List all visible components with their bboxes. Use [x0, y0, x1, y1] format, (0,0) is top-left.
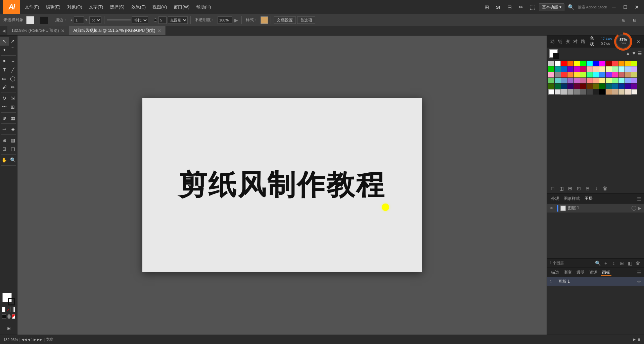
dot-size-input[interactable] — [158, 16, 167, 24]
tool-chart[interactable]: ▦ — [9, 114, 17, 122]
panel-tab-dui[interactable]: 对 — [572, 38, 579, 45]
color-swatch-29[interactable] — [555, 72, 561, 77]
color-swatch-24[interactable] — [612, 66, 618, 72]
swatch-scroll-down[interactable]: ▼ — [632, 51, 636, 56]
color-swatch-31[interactable] — [567, 72, 573, 77]
color-swatch-28[interactable] — [548, 72, 554, 77]
panel-tab-lu[interactable]: 路 — [580, 38, 587, 45]
color-swatch-68[interactable] — [625, 83, 631, 89]
stroke-value-input[interactable] — [74, 16, 84, 24]
color-swatch-83[interactable] — [631, 89, 637, 95]
color-swatch-54[interactable] — [625, 78, 631, 83]
color-swatch-58[interactable] — [561, 83, 567, 89]
color-swatch-69[interactable] — [631, 83, 637, 89]
stroke-color[interactable] — [40, 16, 48, 24]
color-swatch-52[interactable] — [612, 78, 618, 83]
panel-tab-bian[interactable]: 变 — [564, 38, 571, 45]
layer-target-circle[interactable] — [632, 206, 636, 211]
play-btn[interactable]: ▶ — [633, 337, 636, 342]
color-swatch-12[interactable] — [625, 61, 631, 66]
tool-rotate[interactable]: ↻ — [0, 94, 9, 103]
tool-direct-select[interactable]: ↗ — [9, 37, 17, 46]
panel-toggle-1[interactable]: ⊞ — [619, 15, 629, 25]
color-swatch-16[interactable] — [561, 66, 567, 72]
color-swatch-22[interactable] — [599, 66, 605, 72]
color-swatch-41[interactable] — [631, 72, 637, 77]
close-icon[interactable]: ✕ — [632, 2, 641, 12]
stroke-down[interactable]: ▼ — [85, 18, 88, 22]
pctrl-pattern[interactable]: ⊞ — [566, 185, 574, 192]
layer-group-btn[interactable]: ⊞ — [618, 260, 625, 267]
tool-rect[interactable]: ▭ — [0, 74, 9, 83]
artboard-edit-icon[interactable]: ✏ — [637, 279, 641, 284]
color-swatch-43[interactable] — [555, 78, 561, 83]
layer-tab-style[interactable]: 图形样式 — [562, 196, 581, 202]
menu-select[interactable]: 选择(S) — [106, 0, 128, 14]
layer-row-1[interactable]: 👁 图层 1 ▶ — [547, 204, 644, 213]
color-swatch-64[interactable] — [599, 83, 605, 89]
tool-eyedropper[interactable]: ⊸ — [0, 125, 9, 133]
color-swatch-49[interactable] — [593, 78, 599, 83]
tool-line[interactable]: ╱ — [9, 65, 17, 74]
color-swatch-42[interactable] — [548, 78, 554, 83]
tab-0[interactable]: 132.93% (RGB/GPU 预览) ✕ — [7, 26, 69, 35]
color-swatch-77[interactable] — [593, 89, 599, 95]
tool-zoom[interactable]: 🔍 — [9, 156, 17, 164]
panel-close-btn[interactable]: ✕ — [635, 38, 642, 45]
color-swatch-37[interactable] — [606, 72, 612, 77]
color-swatch-36[interactable] — [599, 72, 605, 77]
color-mode-1[interactable] — [2, 314, 6, 319]
tab-0-close[interactable]: ✕ — [61, 28, 65, 33]
opacity-arrow[interactable]: ▶ — [234, 17, 239, 23]
menu-icon-2[interactable]: ⊟ — [505, 2, 514, 12]
swatch-scroll-up[interactable]: ▲ — [626, 51, 630, 56]
tool-hand[interactable]: ✋ — [0, 156, 9, 164]
color-swatch-61[interactable] — [580, 83, 586, 89]
color-swatch-23[interactable] — [606, 66, 612, 72]
panel-tab-dong[interactable]: 动 — [549, 38, 556, 45]
swatch-white-box[interactable] — [549, 49, 558, 58]
color-swatch-35[interactable] — [593, 72, 599, 77]
opacity-input[interactable] — [218, 16, 232, 24]
color-swatch-18[interactable] — [574, 66, 580, 72]
layer-search-btn[interactable]: 🔍 — [594, 260, 601, 267]
panel-tab-lian[interactable]: 链 — [557, 38, 564, 45]
color-swatch-62[interactable] — [587, 83, 593, 89]
color-swatch-45[interactable] — [567, 78, 573, 83]
color-swatch-10[interactable] — [612, 61, 618, 66]
color-swatch-9[interactable] — [606, 61, 612, 66]
color-swatch-44[interactable] — [561, 78, 567, 83]
color-swatch-55[interactable] — [631, 78, 637, 83]
color-swatch-6[interactable] — [587, 61, 593, 66]
search-icon[interactable]: 🔍 — [566, 2, 576, 12]
tool-ellipse[interactable]: ◯ — [9, 74, 17, 83]
color-swatch-26[interactable] — [625, 66, 631, 72]
color-swatch-73[interactable] — [567, 89, 573, 95]
color-swatch-80[interactable] — [612, 89, 618, 95]
prev-page-btn[interactable]: ◀◀ — [21, 338, 27, 341]
color-swatch-27[interactable] — [631, 66, 637, 72]
color-swatch-39[interactable] — [618, 72, 625, 77]
ab-tab-gradient[interactable]: 渐变 — [562, 270, 573, 275]
color-swatch-20[interactable] — [587, 66, 593, 72]
tab-1[interactable]: AI剪纸风视频.ai @ 151.57% (RGB/GPU 预览) ✕ — [69, 26, 166, 35]
color-swatch-0[interactable] — [548, 61, 554, 66]
doc-settings-btn[interactable]: 文档设置 — [274, 16, 296, 24]
menu-edit[interactable]: 编辑(E) — [43, 0, 64, 14]
menu-window[interactable]: 窗口(W) — [170, 0, 193, 14]
color-swatch-47[interactable] — [580, 78, 586, 83]
color-swatch-75[interactable] — [580, 89, 586, 95]
color-swatch-56[interactable] — [548, 83, 554, 89]
color-swatch-5[interactable] — [580, 61, 586, 66]
color-swatch-67[interactable] — [618, 83, 625, 89]
color-swatch-59[interactable] — [567, 83, 573, 89]
color-swatch-2[interactable] — [561, 61, 567, 66]
preferences-btn[interactable]: 首选项 — [297, 16, 315, 24]
next-page-btn[interactable]: ▶▶ — [37, 338, 42, 341]
color-swatch-4[interactable] — [574, 61, 580, 66]
menu-effect[interactable]: 效果(E) — [128, 0, 149, 14]
layer-collapse-btn[interactable]: ◧ — [627, 260, 633, 267]
color-swatch-40[interactable] — [625, 72, 631, 77]
stroke-type-select[interactable]: 等比 — [132, 16, 148, 24]
color-swatch-51[interactable] — [606, 78, 612, 83]
